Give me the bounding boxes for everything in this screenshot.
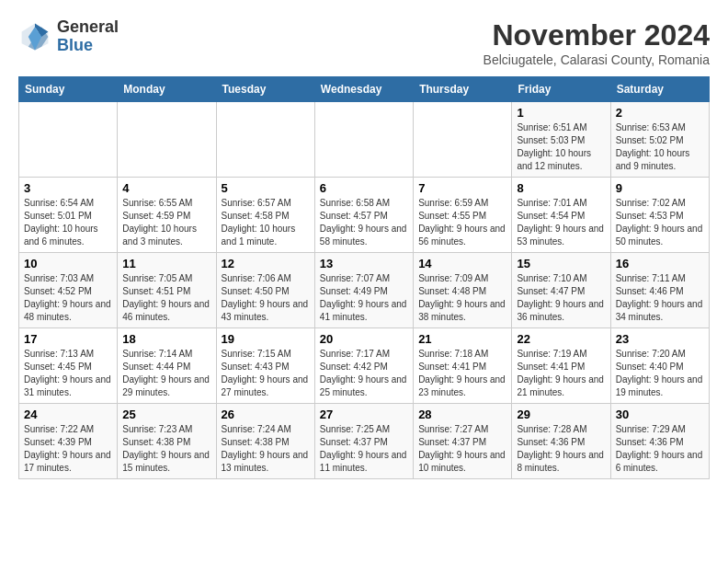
calendar-cell: 10Sunrise: 7:03 AM Sunset: 4:52 PM Dayli…	[19, 253, 118, 328]
day-info: Sunrise: 7:23 AM Sunset: 4:38 PM Dayligh…	[122, 423, 210, 475]
calendar-cell: 28Sunrise: 7:27 AM Sunset: 4:37 PM Dayli…	[414, 404, 512, 479]
day-number: 24	[24, 408, 112, 421]
day-info: Sunrise: 6:57 AM Sunset: 4:58 PM Dayligh…	[222, 197, 310, 248]
calendar-cell	[19, 102, 118, 178]
day-info: Sunrise: 7:10 AM Sunset: 4:47 PM Dayligh…	[517, 272, 605, 324]
day-info: Sunrise: 7:24 AM Sunset: 4:38 PM Dayligh…	[222, 423, 310, 475]
weekday-header-wednesday: Wednesday	[314, 77, 413, 102]
calendar-cell: 14Sunrise: 7:09 AM Sunset: 4:48 PM Dayli…	[414, 253, 512, 328]
calendar-cell: 19Sunrise: 7:15 AM Sunset: 4:43 PM Dayli…	[216, 328, 314, 404]
calendar-table: SundayMondayTuesdayWednesdayThursdayFrid…	[18, 76, 710, 479]
calendar-cell: 3Sunrise: 6:54 AM Sunset: 5:01 PM Daylig…	[19, 178, 118, 253]
calendar-cell	[118, 102, 216, 178]
weekday-header-sunday: Sunday	[19, 77, 118, 102]
calendar-cell	[216, 102, 314, 178]
day-number: 23	[616, 332, 704, 346]
calendar-cell: 26Sunrise: 7:24 AM Sunset: 4:38 PM Dayli…	[216, 404, 314, 479]
day-number: 9	[616, 181, 704, 195]
day-number: 15	[517, 257, 605, 270]
day-number: 2	[616, 106, 704, 120]
day-info: Sunrise: 7:15 AM Sunset: 4:43 PM Dayligh…	[222, 348, 310, 399]
day-info: Sunrise: 7:01 AM Sunset: 4:54 PM Dayligh…	[517, 197, 605, 248]
day-number: 25	[122, 408, 210, 421]
day-info: Sunrise: 7:14 AM Sunset: 4:44 PM Dayligh…	[122, 348, 210, 399]
day-number: 21	[418, 332, 506, 346]
day-number: 5	[222, 181, 310, 195]
calendar-cell: 23Sunrise: 7:20 AM Sunset: 4:40 PM Dayli…	[610, 328, 709, 404]
calendar-cell: 11Sunrise: 7:05 AM Sunset: 4:51 PM Dayli…	[118, 253, 216, 328]
calendar-cell: 16Sunrise: 7:11 AM Sunset: 4:46 PM Dayli…	[610, 253, 709, 328]
day-info: Sunrise: 7:27 AM Sunset: 4:37 PM Dayligh…	[418, 423, 506, 475]
day-number: 11	[122, 257, 210, 270]
calendar-cell: 1Sunrise: 6:51 AM Sunset: 5:03 PM Daylig…	[512, 102, 610, 178]
logo: General Blue	[18, 18, 119, 55]
calendar-cell: 13Sunrise: 7:07 AM Sunset: 4:49 PM Dayli…	[314, 253, 413, 328]
day-number: 28	[418, 408, 506, 421]
day-number: 4	[122, 181, 210, 195]
weekday-header-friday: Friday	[512, 77, 610, 102]
calendar-cell: 25Sunrise: 7:23 AM Sunset: 4:38 PM Dayli…	[118, 404, 216, 479]
calendar-cell: 17Sunrise: 7:13 AM Sunset: 4:45 PM Dayli…	[19, 328, 118, 404]
day-info: Sunrise: 6:55 AM Sunset: 4:59 PM Dayligh…	[122, 197, 210, 248]
logo-text: General Blue	[57, 18, 119, 55]
calendar-cell: 29Sunrise: 7:28 AM Sunset: 4:36 PM Dayli…	[512, 404, 610, 479]
day-number: 14	[418, 257, 506, 270]
calendar-cell: 30Sunrise: 7:29 AM Sunset: 4:36 PM Dayli…	[610, 404, 709, 479]
weekday-header-tuesday: Tuesday	[216, 77, 314, 102]
day-number: 10	[24, 257, 112, 270]
location-subtitle: Belciugatele, Calarasi County, Romania	[483, 52, 710, 67]
day-info: Sunrise: 7:09 AM Sunset: 4:48 PM Dayligh…	[418, 272, 506, 324]
calendar-cell	[314, 102, 413, 178]
calendar-cell: 15Sunrise: 7:10 AM Sunset: 4:47 PM Dayli…	[512, 253, 610, 328]
calendar-cell: 18Sunrise: 7:14 AM Sunset: 4:44 PM Dayli…	[118, 328, 216, 404]
day-info: Sunrise: 7:25 AM Sunset: 4:37 PM Dayligh…	[320, 423, 408, 475]
day-info: Sunrise: 6:51 AM Sunset: 5:03 PM Dayligh…	[517, 121, 605, 173]
day-number: 17	[24, 332, 112, 346]
calendar-cell	[414, 102, 512, 178]
logo-icon	[18, 20, 51, 53]
day-info: Sunrise: 7:18 AM Sunset: 4:41 PM Dayligh…	[418, 348, 506, 399]
title-block: November 2024 Belciugatele, Calarasi Cou…	[483, 18, 710, 67]
calendar-cell: 9Sunrise: 7:02 AM Sunset: 4:53 PM Daylig…	[610, 178, 709, 253]
day-info: Sunrise: 6:53 AM Sunset: 5:02 PM Dayligh…	[616, 121, 704, 173]
day-info: Sunrise: 7:03 AM Sunset: 4:52 PM Dayligh…	[24, 272, 112, 324]
calendar-cell: 12Sunrise: 7:06 AM Sunset: 4:50 PM Dayli…	[216, 253, 314, 328]
day-number: 27	[320, 408, 408, 421]
calendar-cell: 27Sunrise: 7:25 AM Sunset: 4:37 PM Dayli…	[314, 404, 413, 479]
day-info: Sunrise: 7:22 AM Sunset: 4:39 PM Dayligh…	[24, 423, 112, 475]
day-info: Sunrise: 7:19 AM Sunset: 4:41 PM Dayligh…	[517, 348, 605, 399]
calendar-cell: 5Sunrise: 6:57 AM Sunset: 4:58 PM Daylig…	[216, 178, 314, 253]
day-info: Sunrise: 7:02 AM Sunset: 4:53 PM Dayligh…	[616, 197, 704, 248]
day-info: Sunrise: 7:28 AM Sunset: 4:36 PM Dayligh…	[517, 423, 605, 475]
day-number: 19	[222, 332, 310, 346]
day-number: 7	[418, 181, 506, 195]
page-header: General Blue November 2024 Belciugatele,…	[18, 18, 710, 67]
day-number: 29	[517, 408, 605, 421]
day-info: Sunrise: 7:20 AM Sunset: 4:40 PM Dayligh…	[616, 348, 704, 399]
day-info: Sunrise: 7:17 AM Sunset: 4:42 PM Dayligh…	[320, 348, 408, 399]
weekday-header-saturday: Saturday	[610, 77, 709, 102]
day-number: 8	[517, 181, 605, 195]
day-info: Sunrise: 7:05 AM Sunset: 4:51 PM Dayligh…	[122, 272, 210, 324]
day-number: 1	[517, 106, 605, 120]
day-info: Sunrise: 7:06 AM Sunset: 4:50 PM Dayligh…	[222, 272, 310, 324]
calendar-cell: 21Sunrise: 7:18 AM Sunset: 4:41 PM Dayli…	[414, 328, 512, 404]
calendar-cell: 8Sunrise: 7:01 AM Sunset: 4:54 PM Daylig…	[512, 178, 610, 253]
calendar-cell: 7Sunrise: 6:59 AM Sunset: 4:55 PM Daylig…	[414, 178, 512, 253]
calendar-cell: 22Sunrise: 7:19 AM Sunset: 4:41 PM Dayli…	[512, 328, 610, 404]
day-number: 12	[222, 257, 310, 270]
calendar-cell: 6Sunrise: 6:58 AM Sunset: 4:57 PM Daylig…	[314, 178, 413, 253]
day-number: 22	[517, 332, 605, 346]
day-number: 30	[616, 408, 704, 421]
month-title: November 2024	[483, 18, 710, 52]
day-info: Sunrise: 7:07 AM Sunset: 4:49 PM Dayligh…	[320, 272, 408, 324]
weekday-header-thursday: Thursday	[414, 77, 512, 102]
calendar-cell: 2Sunrise: 6:53 AM Sunset: 5:02 PM Daylig…	[610, 102, 709, 178]
day-info: Sunrise: 7:11 AM Sunset: 4:46 PM Dayligh…	[616, 272, 704, 324]
day-number: 6	[320, 181, 408, 195]
day-info: Sunrise: 7:29 AM Sunset: 4:36 PM Dayligh…	[616, 423, 704, 475]
day-number: 3	[24, 181, 112, 195]
day-info: Sunrise: 6:59 AM Sunset: 4:55 PM Dayligh…	[418, 197, 506, 248]
day-number: 20	[320, 332, 408, 346]
day-number: 13	[320, 257, 408, 270]
